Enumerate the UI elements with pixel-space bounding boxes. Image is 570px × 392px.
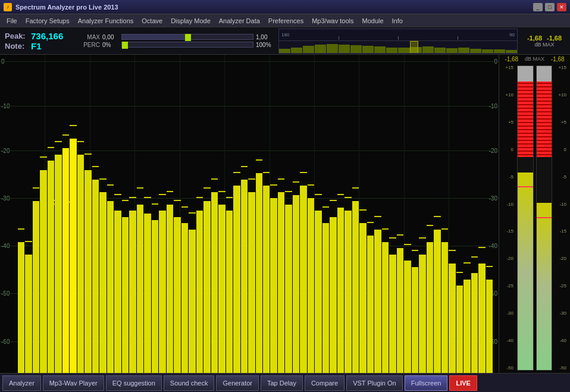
spec-peak-45 (352, 187, 359, 189)
spec-peak-1 (25, 241, 32, 242)
spec-bar-6 (62, 148, 69, 373)
menu-item-factory-setups[interactable]: Factory Setups (21, 16, 74, 26)
spec-bar-34 (270, 198, 277, 373)
fullscreen-button[interactable]: Fullscreen (405, 375, 448, 391)
scale-n5: -5 (509, 175, 513, 180)
db-max-display: -1,68 -1,68 dB MAX (524, 35, 565, 48)
minimize-button[interactable]: _ (533, 3, 543, 11)
spec-peak-3 (40, 156, 46, 158)
bar-group-17 (144, 61, 151, 373)
spec-peak-23 (189, 212, 195, 214)
spec-peak-35 (278, 178, 284, 180)
spec-peak-17 (144, 197, 151, 198)
sound-check-button[interactable]: Sound check (164, 375, 215, 391)
bar-group-24 (196, 61, 203, 373)
bar-group-20 (167, 61, 173, 373)
spec-bar-48 (374, 230, 381, 374)
bar-group-35 (278, 61, 284, 373)
spec-bar-4 (48, 161, 54, 373)
spec-bar-26 (211, 192, 218, 374)
spec-peak-29 (233, 172, 240, 173)
eq-suggestion-button[interactable]: EQ suggestion (106, 375, 162, 391)
spectrum-display[interactable]: 0 -10 -20 -30 -40 -50 -60 0 -10 -20 -30 … (0, 55, 499, 373)
spec-bar-11 (99, 192, 106, 374)
spec-peak-32 (256, 159, 262, 161)
spec-peak-11 (99, 178, 106, 180)
db-max-left: -1,68 (527, 35, 542, 42)
spec-bar-27 (218, 205, 225, 374)
bar-group-0 (18, 61, 24, 373)
maximize-button[interactable]: □ (545, 3, 555, 11)
title-bar: ♪ Spectrum Analyzer pro Live 2013 _ □ ✕ (0, 0, 570, 14)
spec-peak-22 (181, 206, 188, 208)
menu-item-mp--wav-tools[interactable]: Mp3/wav tools (308, 16, 358, 26)
bar-group-52 (404, 61, 411, 373)
generator-button[interactable]: Generator (216, 375, 259, 391)
spec-peak-0 (18, 228, 24, 230)
spec-bar-14 (122, 217, 129, 374)
bar-group-40 (315, 61, 321, 373)
menu-item-info[interactable]: Info (388, 16, 407, 26)
spec-peak-62 (478, 247, 485, 248)
spec-bar-42 (330, 217, 336, 374)
bar-group-11 (99, 61, 106, 373)
spec-peak-7 (70, 125, 76, 126)
bar-group-44 (344, 61, 351, 373)
bar-group-45 (352, 61, 359, 373)
bar-group-22 (181, 61, 188, 373)
menu-item-preferences[interactable]: Preferences (264, 16, 308, 26)
tap-delay-button[interactable]: Tap Delay (261, 375, 303, 391)
bar-group-50 (389, 61, 396, 373)
mp3-wav-player-button[interactable]: Mp3-Wav Player (43, 375, 104, 391)
spec-bar-16 (137, 205, 143, 374)
live-button[interactable]: LIVE (449, 375, 477, 391)
bar-group-12 (107, 61, 114, 373)
spec-peak-61 (471, 256, 478, 258)
menu-item-display-mode[interactable]: Display Mode (167, 16, 215, 26)
compare-button[interactable]: Compare (305, 375, 344, 391)
vst-plugin-button[interactable]: VST Plugin On (346, 375, 403, 391)
menu-item-module[interactable]: Module (358, 16, 387, 26)
bar-group-21 (174, 61, 180, 373)
peak-label: Peak: (5, 32, 29, 40)
spec-bar-52 (404, 261, 411, 373)
bar-group-57 (441, 61, 448, 373)
spec-peak-24 (196, 197, 203, 198)
db-max-label: dB MAX (534, 42, 554, 48)
menu-item-analyzer-data[interactable]: Analyzer Data (215, 16, 264, 26)
bar-group-53 (412, 61, 418, 373)
spec-bar-32 (256, 173, 262, 373)
spec-peak-43 (337, 194, 344, 195)
bar-group-39 (308, 61, 314, 373)
perc-slider[interactable] (121, 42, 253, 48)
bar-group-54 (419, 61, 425, 373)
close-button[interactable]: ✕ (557, 3, 566, 11)
mini-selector[interactable] (410, 41, 418, 54)
scale-n50: -50 (506, 366, 513, 371)
vu-meters-row: +15 +10 +5 0 -5 -10 -15 -20 -25 -30 -40 … (499, 65, 570, 373)
menu-item-octave[interactable]: Octave (137, 16, 167, 26)
spec-bar-17 (144, 214, 151, 373)
max-slider[interactable] (121, 34, 253, 40)
vu-peak-left (518, 186, 533, 187)
menu-item-analyzer-functions[interactable]: Analyzer Functions (74, 16, 138, 26)
spec-bar-36 (285, 205, 292, 374)
spec-peak-27 (218, 191, 225, 192)
spec-bar-45 (352, 201, 359, 373)
spec-bar-29 (233, 186, 240, 373)
mini-spectrum-view[interactable] (279, 41, 517, 54)
analyzer-button[interactable]: Analyzer (2, 375, 41, 391)
bar-group-19 (159, 61, 165, 373)
bar-group-26 (211, 61, 218, 373)
scale-5: +5 (508, 120, 513, 125)
vu-meter-right (536, 65, 553, 371)
spec-peak-54 (419, 237, 425, 239)
bar-group-37 (293, 61, 299, 373)
spec-bar-0 (18, 242, 24, 374)
spec-bar-63 (486, 280, 493, 374)
spec-peak-12 (107, 184, 114, 186)
scale-10: +10 (505, 93, 513, 98)
menu-item-file[interactable]: File (2, 16, 21, 26)
vu-section: -1,68 dB MAX -1,68 +15 +10 +5 0 -5 -10 -… (499, 55, 570, 373)
spec-bar-9 (84, 170, 91, 373)
